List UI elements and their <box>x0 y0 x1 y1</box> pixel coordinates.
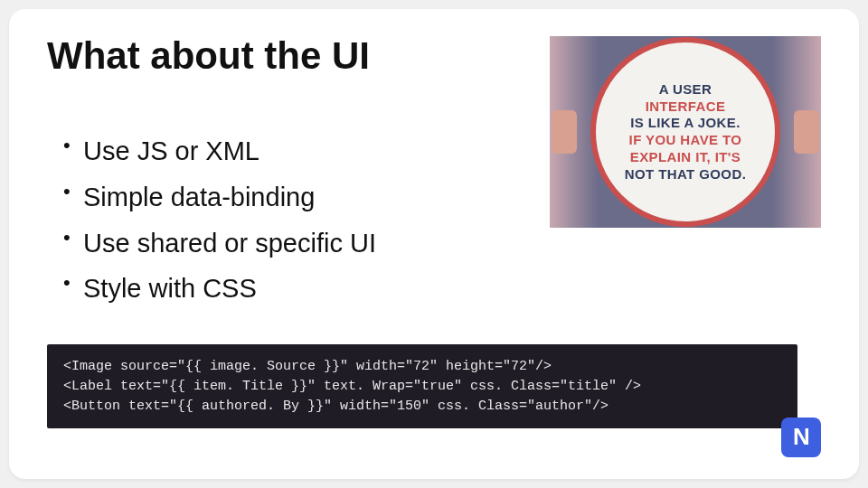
joke-plate: A USER INTERFACE IS LIKE A JOKE. IF YOU … <box>590 37 780 227</box>
joke-line: A USER <box>659 81 712 97</box>
ui-joke-image: A USER INTERFACE IS LIKE A JOKE. IF YOU … <box>550 36 821 228</box>
joke-line: NOT THAT GOOD. <box>625 166 746 182</box>
code-line: <Button text="{{ authored. By }}" width=… <box>63 399 609 414</box>
nativescript-logo: N <box>781 418 821 457</box>
logo-letter: N <box>793 423 809 451</box>
list-item: Use shared or specific UI <box>63 221 376 267</box>
slide: What about the UI Use JS or XML Simple d… <box>9 9 859 479</box>
list-item: Use JS or XML <box>63 128 376 174</box>
joke-line: IS LIKE A JOKE. <box>630 115 741 130</box>
joke-line: IF YOU HAVE TO EXPLAIN IT, IT'S <box>629 132 742 164</box>
joke-text: A USER INTERFACE IS LIKE A JOKE. IF YOU … <box>609 81 762 183</box>
code-line: <Image source="{{ image. Source }}" widt… <box>63 359 552 374</box>
code-line: <Label text="{{ item. Title }}" text. Wr… <box>63 379 641 394</box>
code-block: <Image source="{{ image. Source }}" widt… <box>47 344 797 428</box>
list-item: Style with CSS <box>63 266 376 312</box>
list-item: Simple data-binding <box>63 174 376 221</box>
bullet-list: Use JS or XML Simple data-binding Use sh… <box>47 128 376 312</box>
hand-icon <box>552 110 577 154</box>
joke-line: INTERFACE <box>646 99 726 114</box>
hand-icon <box>794 110 819 154</box>
